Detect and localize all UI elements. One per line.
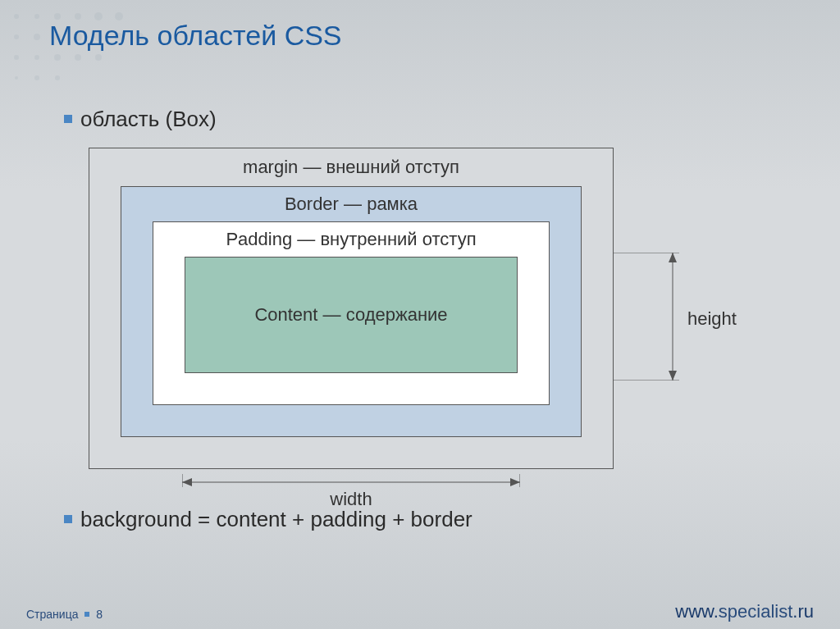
svg-point-2 [54, 13, 61, 20]
padding-label: Padding — внутренний отступ [153, 229, 549, 250]
bullet-list: область (Box) [64, 107, 217, 144]
height-label: height [687, 308, 737, 330]
box-model-diagram: margin — внешний отступ Border — рамка P… [89, 148, 614, 469]
padding-box: Padding — внутренний отступ Content — со… [153, 221, 550, 405]
separator-icon [84, 612, 89, 617]
page-number: Страница 8 [26, 608, 103, 621]
svg-point-17 [95, 54, 102, 61]
border-box: Border — рамка Padding — внутренний отст… [121, 186, 582, 437]
svg-point-7 [34, 34, 40, 40]
svg-point-3 [75, 13, 81, 20]
svg-point-1 [34, 14, 39, 19]
svg-point-13 [14, 55, 19, 60]
svg-point-14 [34, 55, 39, 60]
list-item: background = content + padding + border [64, 507, 472, 532]
svg-marker-30 [669, 371, 677, 381]
bullet-text: область (Box) [80, 107, 217, 131]
svg-marker-25 [510, 478, 520, 486]
list-item: область (Box) [64, 107, 217, 132]
height-dimension: height [614, 253, 753, 381]
margin-label: margin — внешний отступ [89, 157, 613, 178]
svg-point-6 [14, 34, 19, 39]
svg-point-16 [75, 54, 81, 61]
decorative-dots [0, 0, 213, 107]
border-label: Border — рамка [121, 194, 581, 215]
svg-point-15 [54, 54, 61, 61]
page-num: 8 [96, 608, 103, 621]
svg-marker-24 [182, 478, 192, 486]
slide-title: Модель областей CSS [49, 20, 342, 52]
page-label: Страница [26, 608, 78, 621]
content-box: Content — содержание [185, 257, 518, 373]
footer-url: www.specialist.ru [675, 601, 814, 622]
content-label: Content — содержание [254, 304, 447, 326]
svg-point-0 [14, 14, 19, 19]
bullet-icon [64, 515, 72, 523]
svg-point-19 [34, 75, 39, 80]
bullet-text: background = content + padding + border [80, 507, 472, 531]
bullet-icon [64, 115, 72, 123]
svg-marker-29 [669, 253, 677, 262]
svg-point-18 [15, 76, 18, 80]
svg-point-20 [55, 75, 60, 80]
